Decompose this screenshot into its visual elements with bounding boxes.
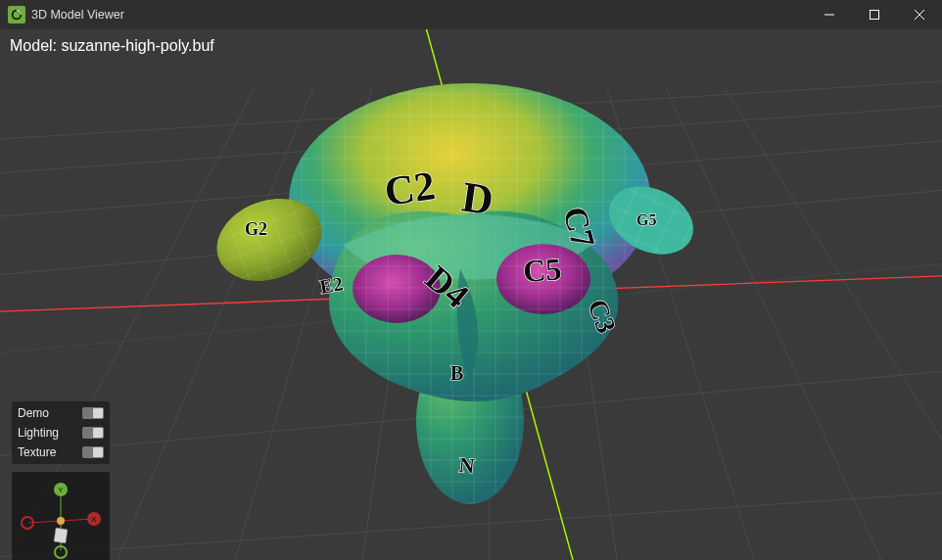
- model-label: Model: suzanne-high-poly.buf: [10, 37, 214, 55]
- nav-gizmo-svg: Y X: [12, 472, 110, 560]
- model-label-prefix: Model:: [10, 37, 61, 54]
- svg-text:E2: E2: [318, 272, 345, 298]
- toggle-label: Demo: [18, 406, 49, 420]
- close-icon: [915, 10, 924, 20]
- toggle-row-texture[interactable]: Texture: [12, 443, 110, 462]
- nav-gizmo[interactable]: Y X: [12, 472, 110, 560]
- svg-text:D: D: [459, 172, 496, 224]
- toggle-switch[interactable]: [82, 427, 104, 439]
- toggle-label: Lighting: [18, 426, 59, 440]
- svg-text:C2: C2: [382, 163, 438, 214]
- svg-text:N: N: [457, 452, 476, 479]
- toggle-knob: [93, 447, 103, 457]
- scene-render: C2 D C7 G2 G5 D4 C5 C3 E2 B N: [0, 29, 942, 560]
- titlebar[interactable]: 3D Model Viewer: [0, 0, 942, 29]
- gizmo-z-handle[interactable]: [54, 528, 68, 543]
- maximize-icon: [870, 10, 879, 20]
- controls-panel: Demo Lighting Texture: [12, 401, 110, 464]
- minimize-button[interactable]: [807, 0, 852, 29]
- minimize-icon: [824, 10, 834, 20]
- svg-text:G5: G5: [636, 211, 656, 228]
- svg-text:B: B: [450, 362, 463, 384]
- svg-rect-2: [871, 11, 879, 20]
- toggle-knob: [93, 428, 103, 438]
- toggle-row-demo[interactable]: Demo: [12, 403, 110, 423]
- close-button[interactable]: [897, 0, 942, 29]
- maximize-button[interactable]: [852, 0, 897, 29]
- window-title: 3D Model Viewer: [31, 8, 124, 22]
- gizmo-center[interactable]: [57, 517, 65, 525]
- toggle-label: Texture: [18, 445, 56, 459]
- gizmo-y-label: Y: [58, 486, 64, 494]
- svg-text:G2: G2: [245, 219, 267, 239]
- toggle-switch[interactable]: [82, 407, 104, 419]
- toggle-row-lighting[interactable]: Lighting: [12, 423, 110, 443]
- toggle-switch[interactable]: [82, 446, 104, 458]
- svg-text:C5: C5: [522, 251, 563, 289]
- viewport-3d[interactable]: C2 D C7 G2 G5 D4 C5 C3 E2 B N Model: suz…: [0, 29, 942, 560]
- toggle-knob: [93, 408, 103, 418]
- model-filename: suzanne-high-poly.buf: [61, 37, 213, 54]
- svg-line-19: [666, 88, 881, 560]
- gizmo-x-label: X: [91, 515, 97, 524]
- svg-line-13: [118, 88, 313, 560]
- app-window: 3D Model Viewer: [0, 0, 942, 560]
- app-icon: [8, 6, 25, 23]
